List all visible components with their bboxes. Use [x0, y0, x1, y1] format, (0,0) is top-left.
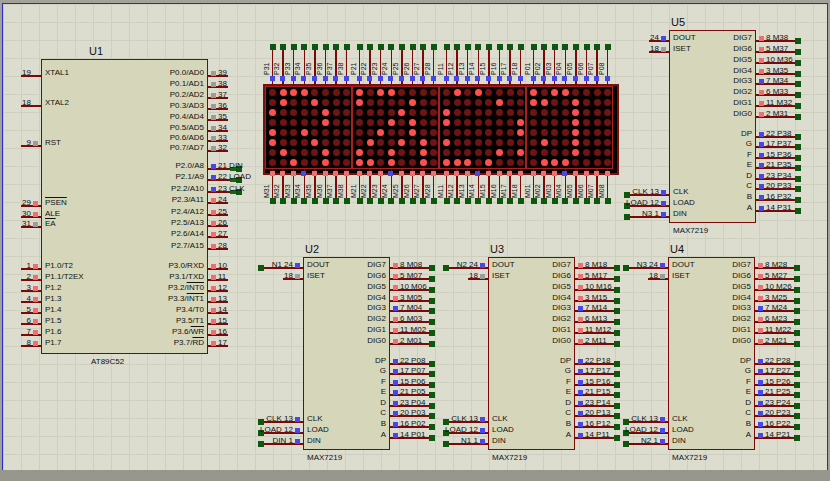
- matrix-bottom-net-label-m12[interactable]: M12: [446, 176, 456, 198]
- net-terminal[interactable]: [541, 198, 547, 204]
- matrix-top-net-label-p36[interactable]: P36: [315, 50, 325, 75]
- net-label-m25[interactable]: 3 M25: [765, 293, 825, 302]
- net-label-m26[interactable]: 10 M26: [765, 282, 825, 291]
- matrix-bottom-net-label-m34[interactable]: M34: [293, 176, 303, 198]
- net-label-p23[interactable]: 20 P23: [765, 408, 825, 417]
- net-label-clk[interactable]: CLK 13: [604, 414, 658, 423]
- matrix-bottom-net-label-m36[interactable]: M36: [315, 176, 325, 198]
- net-terminal[interactable]: [367, 198, 373, 204]
- chip-part-label[interactable]: MAX7219: [492, 453, 527, 462]
- net-label-m34[interactable]: 7 M34: [766, 76, 826, 85]
- net-terminal[interactable]: [378, 198, 384, 204]
- matrix-top-net-label-p28[interactable]: P28: [423, 50, 433, 75]
- net-terminal[interactable]: [291, 198, 297, 204]
- net-label-m36[interactable]: 10 M36: [766, 55, 826, 64]
- matrix-bottom-net-label-m27[interactable]: M27: [412, 176, 422, 198]
- net-label-p37[interactable]: 17 P37: [766, 139, 826, 148]
- led-matrix-module-4[interactable]: [526, 86, 613, 169]
- net-terminal[interactable]: [410, 198, 416, 204]
- net-label-m37[interactable]: 5 M37: [766, 44, 826, 53]
- net-label-load[interactable]: LOAD 12: [605, 198, 659, 207]
- chip-ref-label[interactable]: U4: [670, 243, 684, 255]
- matrix-top-net-label-p08[interactable]: P08: [597, 50, 607, 75]
- led-matrix-module-2[interactable]: [352, 86, 439, 169]
- matrix-bottom-net-label-m03[interactable]: M03: [544, 176, 554, 198]
- matrix-top-net-label-p18[interactable]: P18: [510, 50, 520, 75]
- net-label-p26[interactable]: 15 P26: [765, 377, 825, 386]
- matrix-bottom-net-label-m35[interactable]: M35: [304, 176, 314, 198]
- net-label-m01[interactable]: 2 M01: [400, 336, 460, 345]
- matrix-top-net-label-p21[interactable]: P21: [349, 50, 359, 75]
- matrix-bottom-net-label-m02[interactable]: M02: [533, 176, 543, 198]
- net-label-clk[interactable]: CLK 13: [239, 414, 293, 423]
- net-label-m28[interactable]: 8 M28: [765, 260, 825, 269]
- net-terminal[interactable]: [431, 198, 437, 204]
- net-label-p17[interactable]: 17 P17: [585, 366, 645, 375]
- matrix-bottom-net-label-m14[interactable]: M14: [467, 176, 477, 198]
- matrix-bottom-net-label-m17[interactable]: M17: [499, 176, 509, 198]
- net-terminal[interactable]: [301, 198, 307, 204]
- net-label-p38[interactable]: 22 P38: [766, 129, 826, 138]
- matrix-top-net-label-p27[interactable]: P27: [412, 50, 422, 75]
- chip-ref-label[interactable]: U3: [490, 243, 504, 255]
- chip-part-label[interactable]: MAX7219: [307, 453, 342, 462]
- net-label-m27[interactable]: 5 M27: [765, 271, 825, 280]
- net-label-p34[interactable]: 23 P34: [766, 171, 826, 180]
- matrix-bottom-net-label-m25[interactable]: M25: [391, 176, 401, 198]
- net-label-n3[interactable]: N3 24: [604, 260, 658, 269]
- matrix-top-net-label-p23[interactable]: P23: [370, 50, 380, 75]
- net-label-m32[interactable]: 11 M32: [766, 98, 826, 107]
- matrix-top-net-label-p07[interactable]: P07: [586, 50, 596, 75]
- matrix-top-net-label-p02[interactable]: P02: [533, 50, 543, 75]
- net-terminal[interactable]: [594, 198, 600, 204]
- net-label-m12[interactable]: 11 M12: [585, 325, 645, 334]
- net-label-n2[interactable]: N2 1: [604, 436, 658, 445]
- net-label-p08[interactable]: 22 P08: [400, 356, 460, 365]
- matrix-bottom-net-label-m16[interactable]: M16: [489, 176, 499, 198]
- matrix-top-net-label-p14[interactable]: P14: [467, 50, 477, 75]
- matrix-bottom-net-label-m23[interactable]: M23: [370, 176, 380, 198]
- net-label-m02[interactable]: 11 M02: [400, 325, 460, 334]
- net-label-m03[interactable]: 6 M03: [400, 314, 460, 323]
- matrix-top-net-label-p25[interactable]: P25: [391, 50, 401, 75]
- net-label-p05[interactable]: 21 P05: [400, 387, 460, 396]
- net-terminal[interactable]: [357, 198, 363, 204]
- matrix-bottom-net-label-m22[interactable]: M22: [359, 176, 369, 198]
- net-label-n3[interactable]: N3 1: [605, 209, 659, 218]
- matrix-top-net-label-p03[interactable]: P03: [544, 50, 554, 75]
- matrix-bottom-net-label-m38[interactable]: M38: [336, 176, 346, 198]
- net-terminal[interactable]: [270, 198, 276, 204]
- net-label-m21[interactable]: 2 M21: [765, 336, 825, 345]
- matrix-top-net-label-p26[interactable]: P26: [402, 50, 412, 75]
- net-terminal[interactable]: [531, 198, 537, 204]
- net-label-m31[interactable]: 2 M31: [766, 109, 826, 118]
- net-label-p16[interactable]: 15 P16: [585, 377, 645, 386]
- net-label-m04[interactable]: 7 M04: [400, 303, 460, 312]
- net-label-m22[interactable]: 11 M22: [765, 325, 825, 334]
- net-label-p06[interactable]: 15 P06: [400, 377, 460, 386]
- net-label-m05[interactable]: 3 M05: [400, 293, 460, 302]
- net-terminal[interactable]: [475, 198, 481, 204]
- led-matrix-module-3[interactable]: [439, 86, 526, 169]
- net-label-p14[interactable]: 23 P14: [585, 398, 645, 407]
- net-label-p27[interactable]: 17 P27: [765, 366, 825, 375]
- matrix-bottom-net-label-m05[interactable]: M05: [565, 176, 575, 198]
- matrix-bottom-net-label-m37[interactable]: M37: [325, 176, 335, 198]
- net-label-p15[interactable]: 21 P15: [585, 387, 645, 396]
- net-terminal[interactable]: [444, 198, 450, 204]
- net-terminal[interactable]: [333, 198, 339, 204]
- chip-part-label[interactable]: AT89C52: [91, 357, 124, 366]
- matrix-top-net-label-p37[interactable]: P37: [325, 50, 335, 75]
- net-label-p25[interactable]: 21 P25: [765, 387, 825, 396]
- net-terminal[interactable]: [507, 198, 513, 204]
- net-terminal[interactable]: [518, 198, 524, 204]
- matrix-top-net-label-p01[interactable]: P01: [523, 50, 533, 75]
- matrix-top-net-label-p05[interactable]: P05: [565, 50, 575, 75]
- net-label-m35[interactable]: 3 M35: [766, 66, 826, 75]
- led-matrix-module-1[interactable]: [265, 86, 352, 169]
- net-label-clk[interactable]: CLK 13: [605, 187, 659, 196]
- matrix-bottom-net-label-m18[interactable]: M18: [510, 176, 520, 198]
- matrix-top-net-label-p13[interactable]: P13: [457, 50, 467, 75]
- net-label-m23[interactable]: 6 M23: [765, 314, 825, 323]
- matrix-bottom-net-label-m28[interactable]: M28: [423, 176, 433, 198]
